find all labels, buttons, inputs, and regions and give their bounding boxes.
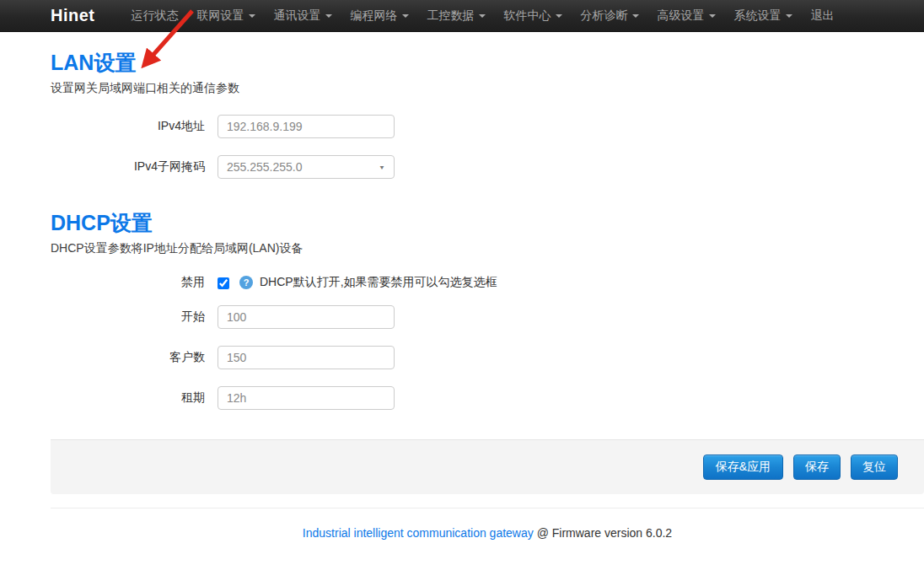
chevron-down-icon (709, 14, 716, 18)
save-button[interactable]: 保存 (793, 455, 841, 480)
chevron-down-icon (556, 14, 562, 18)
nav-item-network-settings[interactable]: 联网设置 (188, 0, 265, 32)
action-bar: 保存&应用 保存 复位 (51, 439, 924, 494)
footer-firmware-version: @ Firmware version 6.0.2 (534, 526, 672, 540)
dhcp-lease-input[interactable] (218, 386, 395, 410)
footer-gateway-link[interactable]: Industrial intelligent communication gat… (303, 526, 534, 540)
nav-item-running-status[interactable]: 运行状态 (122, 0, 188, 32)
nav-item-comm-settings[interactable]: 通讯设置 (265, 0, 341, 32)
chevron-down-icon (479, 14, 486, 18)
dhcp-clients-row: 客户数 (51, 346, 924, 369)
reset-button[interactable]: 复位 (851, 455, 898, 480)
dhcp-disable-checkbox[interactable] (218, 277, 229, 289)
ipv4-address-row: IPv4地址 (51, 115, 924, 138)
lan-section-title: LAN设置 (51, 49, 924, 77)
dhcp-lease-row: 租期 (51, 386, 924, 410)
top-navbar: Hinet 运行状态 联网设置 通讯设置 编程网络 工控数据 软件中心 分析诊断… (0, 0, 924, 32)
dhcp-section-title: DHCP设置 (51, 209, 924, 237)
select-dropdown-icon: ▼ (379, 164, 385, 170)
page-footer: Industrial intelligent communication gat… (51, 508, 924, 560)
chevron-down-icon (325, 14, 332, 18)
nav-item-system-settings[interactable]: 系统设置 (725, 0, 802, 32)
dhcp-start-row: 开始 (51, 305, 924, 329)
ipv4-netmask-selected-value: 255.255.255.0 (227, 160, 303, 174)
ipv4-netmask-label: IPv4子网掩码 (51, 159, 205, 175)
dhcp-lease-label: 租期 (51, 390, 205, 406)
save-apply-button[interactable]: 保存&应用 (703, 455, 783, 480)
dhcp-section-subtitle: DHCP设置参数将IP地址分配给局域网(LAN)设备 (51, 241, 924, 256)
chevron-down-icon (249, 14, 255, 18)
ipv4-address-label: IPv4地址 (51, 119, 205, 134)
help-icon[interactable]: ? (239, 276, 253, 289)
ipv4-netmask-row: IPv4子网掩码 255.255.255.0 ▼ (51, 155, 924, 179)
dhcp-disable-label: 禁用 (51, 275, 205, 290)
chevron-down-icon (402, 14, 409, 18)
nav-item-software-center[interactable]: 软件中心 (495, 0, 572, 32)
lan-section-subtitle: 设置网关局域网端口相关的通信参数 (51, 81, 924, 96)
ipv4-netmask-select[interactable]: 255.255.255.0 ▼ (218, 155, 395, 179)
nav-menu: 运行状态 联网设置 通讯设置 编程网络 工控数据 软件中心 分析诊断 高级设置 … (122, 0, 844, 32)
chevron-down-icon (632, 14, 639, 18)
chevron-down-icon (786, 14, 792, 18)
dhcp-clients-label: 客户数 (51, 350, 205, 365)
ipv4-address-input[interactable] (218, 115, 395, 138)
nav-item-industrial-data[interactable]: 工控数据 (418, 0, 495, 32)
dhcp-disable-row: 禁用 ? DHCP默认打开,如果需要禁用可以勾选复选框 (51, 275, 924, 290)
dhcp-clients-input[interactable] (218, 346, 395, 369)
nav-item-advanced-settings[interactable]: 高级设置 (648, 0, 725, 32)
nav-item-logout[interactable]: 退出 (802, 0, 844, 32)
dhcp-start-label: 开始 (51, 309, 205, 325)
nav-item-programming-network[interactable]: 编程网络 (341, 0, 418, 32)
dhcp-start-input[interactable] (218, 305, 395, 329)
brand-logo[interactable]: Hinet (51, 6, 95, 25)
dhcp-disable-hint: DHCP默认打开,如果需要禁用可以勾选复选框 (260, 275, 497, 290)
nav-item-analysis-diagnosis[interactable]: 分析诊断 (572, 0, 648, 32)
page-content: LAN设置 设置网关局域网端口相关的通信参数 IPv4地址 IPv4子网掩码 2… (51, 49, 924, 560)
